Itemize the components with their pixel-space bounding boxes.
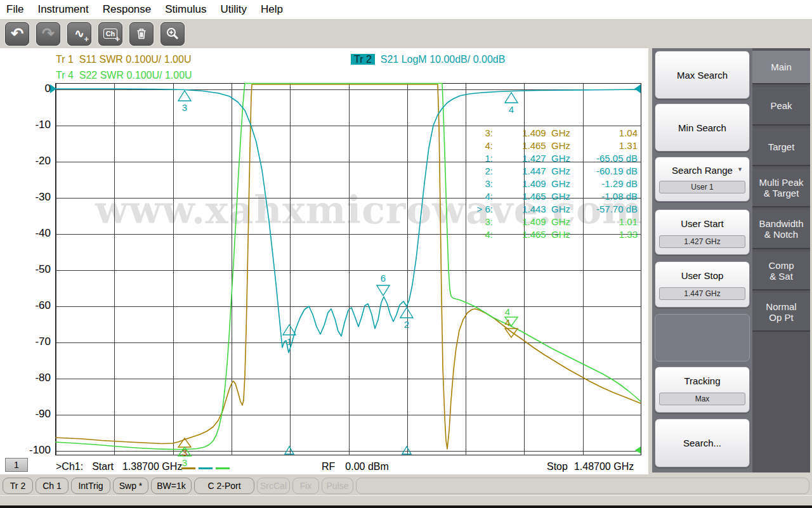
tab-normal-op-pt[interactable]: Normal Op Pt — [752, 293, 810, 332]
y-axis-label: -80 — [22, 372, 51, 384]
channel-start-readout[interactable]: >Ch1: Start 1.38700 GHz — [56, 461, 182, 472]
y-axis-label: -50 — [22, 263, 51, 276]
delete-button[interactable] — [129, 22, 154, 46]
status-active-trace[interactable]: Tr 2 — [3, 478, 33, 494]
marker-readout-row-active: > 6:1.443 GHz-57.70 dB — [464, 204, 638, 216]
tracking-value: Max — [659, 393, 745, 405]
status-srccal: SrcCal — [257, 478, 290, 494]
trash-icon — [134, 27, 148, 41]
menu-file[interactable]: File — [6, 3, 23, 16]
search-range-value: User 1 — [659, 181, 745, 193]
menu-response[interactable]: Response — [103, 3, 152, 16]
trace1-legend-dash — [181, 467, 195, 469]
tab-target[interactable]: Target — [752, 128, 810, 166]
marker-label: 1 — [283, 336, 296, 347]
marker-readout-row: 4:1.465 GHz-1.08 dB — [464, 191, 638, 204]
channel-number-button[interactable]: 1 — [5, 458, 28, 472]
tab-comp-sat[interactable]: Comp & Sat — [752, 252, 810, 290]
marker-readout-row: 4:1.465 GHz1.31 — [464, 140, 638, 153]
search-range-dropdown[interactable]: Search Range ▼ User 1 — [655, 157, 750, 202]
user-stop-value: 1.447 GHz — [659, 287, 745, 300]
tab-multi-peak-target[interactable]: Multi Peak & Target — [752, 169, 810, 207]
rf-power-readout[interactable]: RF 0.00 dBm — [322, 461, 389, 472]
tab-peak[interactable]: Peak — [752, 87, 810, 126]
y-axis-label: -60 — [22, 299, 51, 312]
redo-button[interactable]: ↷ — [36, 22, 60, 46]
undo-button[interactable]: ↶ — [5, 22, 29, 46]
window-bottom-edge — [0, 505, 812, 508]
trace1-title[interactable]: Tr 1 S11 SWR 0.100U/ 1.00U — [56, 54, 191, 65]
status-strip — [0, 495, 812, 505]
add-trace-icon: ∿ — [74, 28, 84, 39]
marker-label: 4 — [505, 104, 518, 115]
marker-readout-row: 1:1.427 GHz-65.05 dB — [464, 153, 638, 166]
status-active-channel[interactable]: Ch 1 — [36, 478, 69, 494]
redo-icon: ↷ — [42, 26, 55, 41]
user-start-value: 1.427 GHz — [659, 235, 745, 248]
marker-label: 3 — [178, 447, 191, 458]
menu-utility[interactable]: Utility — [220, 3, 247, 16]
channel-stop-readout[interactable]: Stop 1.48700 GHz — [547, 461, 634, 472]
marker-readout-row: 2:1.447 GHz-60.19 dB — [464, 166, 638, 178]
status-message-field — [356, 478, 809, 494]
user-start-button[interactable]: User Start 1.427 GHz — [655, 209, 750, 255]
zoom-in-icon — [166, 27, 180, 41]
trace2-title[interactable]: Tr 2 S21 LogM 10.00dB/ 0.00dB — [351, 54, 505, 65]
toolbar: ↶ ↷ ∿+ Ch+ — [0, 19, 812, 48]
marker-label: 3 — [178, 102, 191, 113]
y-axis-label: -10 — [22, 119, 51, 131]
zoom-button[interactable] — [160, 22, 185, 46]
add-channel-button[interactable]: Ch+ — [98, 22, 122, 46]
y-axis-label: -20 — [22, 155, 51, 167]
max-search-button[interactable]: Max Search — [655, 51, 750, 99]
trace2-legend-dash — [199, 467, 213, 469]
status-bandwidth[interactable]: BW=1k — [151, 478, 192, 494]
y-axis-label: -100 — [22, 444, 51, 457]
chevron-down-icon: ▼ — [737, 166, 743, 173]
status-bar: Tr 2 Ch 1 IntTrig Swp * BW=1k C 2-Port S… — [0, 476, 812, 495]
menu-stimulus[interactable]: Stimulus — [165, 3, 206, 16]
marker-readout-row: 3:1.409 GHz1.01 — [464, 216, 638, 229]
y-axis-label: -40 — [22, 227, 51, 240]
y-axis-label: -30 — [22, 191, 51, 204]
trace4-title[interactable]: Tr 4 S22 SWR 0.100U/ 1.00U — [56, 70, 192, 81]
marker-label: 2 — [400, 319, 413, 330]
marker-readout-row: 4:1.465 GHz1.33 — [464, 229, 638, 242]
menu-instrument[interactable]: Instrument — [37, 3, 88, 16]
tracking-dropdown[interactable]: Tracking ▼ Max — [655, 367, 750, 413]
status-cal[interactable]: C 2-Port — [194, 478, 254, 494]
menu-help[interactable]: Help — [261, 3, 283, 16]
search-more-button[interactable]: Search... — [655, 419, 750, 467]
add-trace-button[interactable]: ∿+ — [67, 22, 91, 46]
trace4-legend-dash — [216, 467, 230, 469]
tab-bandwidth-notch[interactable]: Bandwidth & Notch — [752, 210, 810, 249]
user-stop-button[interactable]: User Stop 1.447 GHz — [655, 261, 750, 308]
menu-bar: File Instrument Response Stimulus Utilit… — [0, 0, 812, 19]
undo-icon: ↶ — [11, 26, 23, 41]
search-panel: Search × Max Search Min Search Search Ra… — [652, 24, 810, 472]
blank-softkey — [655, 314, 750, 361]
marker-label: 4 — [501, 306, 514, 317]
marker-label: 4 — [501, 317, 514, 328]
y-axis-label: -90 — [22, 408, 51, 420]
status-trigger[interactable]: IntTrig — [71, 478, 110, 494]
trace2-active-badge: Tr 2 — [351, 54, 375, 65]
status-sweep[interactable]: Swp * — [113, 478, 148, 494]
min-search-button[interactable]: Min Search — [655, 103, 750, 152]
y-axis-label: -70 — [22, 335, 51, 348]
marker-label: 6 — [377, 273, 390, 283]
tab-main[interactable]: Main — [752, 51, 810, 84]
status-pulse: Pulse — [322, 478, 353, 494]
status-fix: Fix — [292, 478, 319, 494]
marker-readout-row: 3:1.409 GHz-1.29 dB — [464, 178, 638, 191]
y-axis-label: 0 — [22, 82, 51, 95]
marker-readout-row: 3:1.409 GHz1.04 — [464, 127, 638, 140]
